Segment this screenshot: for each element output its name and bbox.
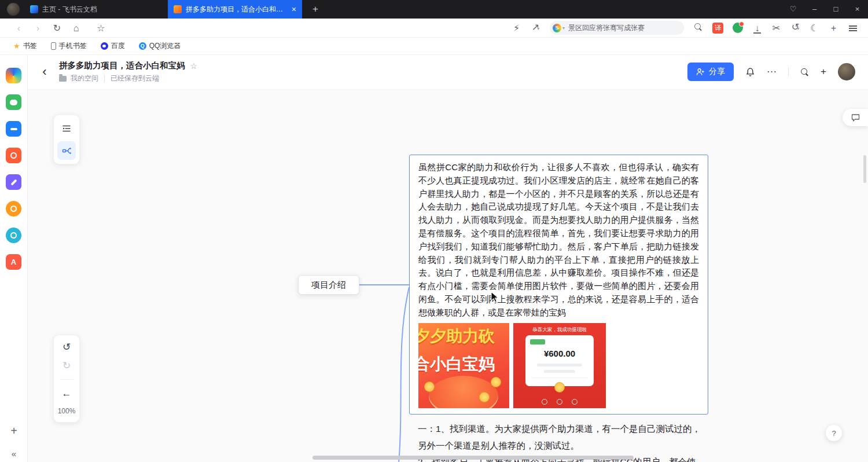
mindmap-text-node[interactable]: 虽然拼CC家的助力和砍价行为，让很多人不喜欢，但也得承认，确实有不少人也真正提现… (409, 155, 708, 415)
withdraw-card: ¥600.00 (525, 335, 594, 386)
doc-back-button[interactable]: ‹ (36, 63, 53, 80)
comment-bubble-icon (851, 113, 860, 122)
minimize-button[interactable]: – (804, 0, 825, 19)
card-divider (531, 377, 588, 378)
horizontal-scrollbar[interactable] (312, 456, 634, 460)
bookmark-qq-browser[interactable]: Q QQ浏览器 (134, 39, 186, 53)
red-pouch-graphic (429, 376, 498, 408)
refresh-icon[interactable]: ↻ (47, 19, 67, 38)
promo2-caption: 恭喜大家，我成功提现啦 (513, 327, 606, 333)
coin-graphic (424, 382, 435, 392)
notifications-bell-icon[interactable] (745, 67, 755, 77)
pdf-app-icon[interactable]: A (6, 254, 21, 270)
locate-back-icon[interactable]: ← (62, 388, 72, 398)
tab-close-icon[interactable]: × (292, 5, 296, 14)
vertical-scrollbar[interactable] (863, 155, 866, 183)
phone-icon (51, 42, 56, 50)
outline-icon (62, 124, 71, 133)
search-icon[interactable] (689, 19, 708, 38)
doc-title[interactable]: 拼多多助力项目，适合小白和宝妈 (59, 60, 185, 71)
bookmarks-bar: ★ 书签 手机书签 百度 Q QQ浏览器 (0, 38, 868, 55)
add-icon[interactable]: + (824, 19, 843, 38)
qq-browser-icon: Q (139, 42, 146, 50)
collapse-rail-icon[interactable]: « (0, 449, 28, 459)
history-zoom-panel: ↺ ↻ ← 100% (53, 335, 80, 423)
toolbar-right-cluster: ⚡ ↗▾ S ▾ 景区回应将张骞写成张赛 译 ↓ ✂ ↺▾ ☾ + (507, 17, 862, 38)
feishu-app-icon[interactable] (6, 68, 21, 83)
add-app-button[interactable]: + (0, 424, 28, 438)
bookmark-label: 手机书签 (59, 41, 87, 51)
bookmark-folder[interactable]: ★ 书签 (8, 39, 42, 53)
help-button[interactable]: ? (826, 425, 842, 441)
bookmark-label: QQ浏览器 (149, 41, 181, 51)
screenshot-scissors-icon[interactable]: ✂ (767, 19, 786, 38)
favorite-star-icon[interactable]: ☆ (190, 61, 198, 71)
withdraw-amount: ¥600.00 (525, 349, 594, 358)
document-header: ‹ 拼多多助力项目，适合小白和宝妈 ☆ 我的空间 已经保存到云端 (28, 55, 868, 89)
mindmap-view-button[interactable] (57, 141, 76, 160)
maximize-button[interactable]: □ (825, 0, 847, 19)
more-options-icon[interactable]: ··· (767, 66, 777, 78)
tab-title: 拼多多助力项目，适合小白和宝妈 · (186, 5, 288, 14)
history-icon[interactable]: ↺▾ (786, 17, 805, 38)
download-icon[interactable]: ↓ (748, 19, 767, 38)
close-window-button[interactable]: × (847, 0, 868, 19)
mindmap-node-intro[interactable]: 项目介绍 (298, 275, 359, 295)
wechat-app-icon[interactable] (6, 94, 21, 110)
share-button[interactable]: 分享 (687, 63, 734, 81)
zoom-level: 100% (58, 407, 76, 415)
forward-icon[interactable]: › (28, 19, 47, 38)
outline-view-button[interactable] (57, 119, 76, 138)
lightning-icon[interactable]: ⚡ (507, 19, 526, 38)
promo1-headline: 夕夕助力砍 (418, 325, 495, 347)
app-sidebar-rail: A + « (0, 55, 28, 462)
translate-icon[interactable]: 译 (712, 23, 723, 34)
mindmap-step1-node[interactable]: 一：1、找到渠道。为大家提供两个助力渠道，有一个是自己测试过的，另外一个渠道是别… (418, 420, 707, 454)
search-engine-caret-icon[interactable]: ▾ (562, 25, 565, 31)
address-search-box[interactable]: S ▾ 景区回应将张骞写成张赛 (550, 21, 684, 35)
browser-profile-avatar[interactable] (7, 3, 20, 16)
search-engine-logo-icon[interactable]: S (553, 24, 561, 32)
baidu-icon (101, 42, 108, 50)
orange-app-icon[interactable] (6, 148, 21, 163)
share-label: 分享 (709, 67, 725, 77)
undo-icon[interactable]: ↺ (62, 342, 71, 352)
intro-paragraph: 虽然拼CC家的助力和砍价行为，让很多人不喜欢，但也得承认，确实有不少人也真正提现… (418, 161, 699, 320)
share-page-icon[interactable]: ↗▾ (526, 17, 545, 38)
blue-app-icon[interactable] (6, 121, 21, 137)
doc-space-label[interactable]: 我的空间 (71, 74, 98, 83)
search-hotword-text[interactable]: 景区回应将张骞写成张赛 (568, 23, 645, 33)
menu-icon[interactable] (843, 19, 862, 38)
new-tab-button[interactable]: + (308, 3, 323, 15)
view-switcher-panel (53, 115, 80, 164)
favorites-heart-icon[interactable]: ♡ (782, 0, 804, 19)
coin-graphic (491, 377, 501, 387)
bookmark-label: 百度 (111, 41, 125, 51)
bookmark-baidu[interactable]: 百度 (95, 39, 130, 53)
header-divider (788, 67, 789, 77)
doc-search-icon[interactable] (800, 68, 809, 76)
dark-mode-moon-icon[interactable]: ☾ (805, 19, 824, 38)
promo2-footer-icons (513, 399, 606, 405)
promo-image-1[interactable]: 夕夕助力砍 合小白宝妈 (418, 323, 509, 408)
extension-badge-icon[interactable] (733, 23, 743, 33)
browser-window: 主页 - 飞书云文档 拼多多助力项目，适合小白和宝妈 · × + ♡ – □ ×… (0, 0, 868, 462)
user-avatar[interactable] (838, 63, 855, 80)
bookmark-star-icon[interactable]: ☆ (91, 19, 111, 38)
orange-circle-app-icon[interactable] (6, 201, 21, 217)
purple-app-icon[interactable] (6, 174, 21, 190)
comments-panel-tab[interactable] (843, 109, 868, 126)
mindmap-canvas[interactable]: ↺ ↻ ← 100% 项目介绍 虽然拼CC家的助力和砍价行为，让很多人不喜欢，但… (28, 89, 868, 462)
tab-title: 主页 - 飞书云文档 (42, 5, 162, 14)
bookmark-mobile[interactable]: 手机书签 (46, 39, 92, 53)
doc-add-icon[interactable]: + (821, 66, 826, 78)
back-icon[interactable]: ‹ (9, 19, 28, 38)
redo-icon[interactable]: ↻ (62, 361, 71, 371)
clock-app-icon[interactable] (6, 228, 21, 243)
tab-feishu-home[interactable]: 主页 - 飞书云文档 (24, 0, 168, 19)
success-badge (530, 339, 545, 344)
share-person-icon (696, 68, 705, 76)
home-icon[interactable]: ⌂ (67, 19, 86, 38)
promo-image-2[interactable]: 恭喜大家，我成功提现啦 ¥600.00 (513, 323, 606, 408)
tab-document-active[interactable]: 拼多多助力项目，适合小白和宝妈 · × (168, 0, 302, 19)
